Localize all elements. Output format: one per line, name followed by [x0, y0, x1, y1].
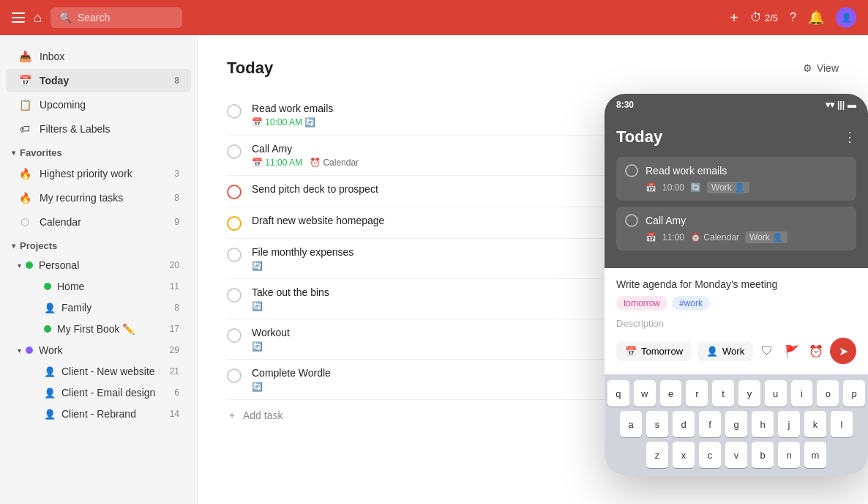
phone-task-checkbox[interactable]	[625, 214, 638, 227]
qa-assign-work[interactable]: 👤 Work	[697, 341, 753, 361]
task-checkbox[interactable]	[227, 216, 242, 231]
sidebar-item-upcoming[interactable]: 📋 Upcoming	[6, 93, 191, 116]
signal-icon: |||	[837, 100, 845, 110]
badge: 17	[170, 324, 179, 334]
home-icon[interactable]: ⌂	[34, 10, 42, 26]
key-z[interactable]: z	[646, 442, 668, 468]
quick-add-description[interactable]: Description	[616, 318, 856, 329]
notification-icon[interactable]: 🔔	[808, 10, 824, 26]
qa-send-button[interactable]: ➤	[830, 338, 856, 364]
key-n[interactable]: n	[778, 442, 800, 468]
phone-task-checkbox[interactable]	[625, 164, 638, 177]
key-y[interactable]: y	[738, 380, 760, 407]
qa-alarm-icon[interactable]: ⏰	[805, 340, 827, 362]
search-bar[interactable]: 🔍 Search	[50, 7, 182, 28]
key-p[interactable]: p	[843, 380, 865, 407]
sidebar-item-recurring[interactable]: 🔥 My recurring tasks 8	[6, 186, 191, 210]
phone-task-meta: 📅 10:00 🔄 Work 👤	[625, 182, 848, 193]
key-q[interactable]: q	[607, 380, 629, 407]
sidebar-item-label: Calendar	[40, 216, 81, 228]
key-t[interactable]: t	[712, 380, 734, 407]
phone-more-icon[interactable]: ⋮	[843, 129, 856, 145]
key-r[interactable]: r	[686, 380, 708, 407]
quick-add-tags: tomorrow #work	[616, 296, 856, 311]
key-e[interactable]: e	[660, 380, 682, 407]
qa-date-label: Tomorrow	[641, 346, 683, 357]
quick-add-bottom: 📅 Tomorrow 👤 Work 🛡 🚩 ⏰ ➤	[616, 338, 856, 364]
flame-icon: 🔥	[18, 166, 32, 181]
task-checkbox[interactable]	[227, 368, 242, 383]
keyboard-row-1: q w e r t y u i o p	[607, 380, 865, 407]
key-h[interactable]: h	[752, 411, 774, 437]
sidebar-item-client-new-website[interactable]: 👤 Client - New website 21	[32, 361, 191, 382]
sidebar-item-calendar[interactable]: ⬡ Calendar 9	[6, 210, 191, 234]
task-checkbox[interactable]	[227, 288, 242, 303]
sidebar-item-label: My First Book ✏️	[57, 323, 135, 335]
key-k[interactable]: k	[804, 411, 826, 437]
keyboard: q w e r t y u i o p a s d f g h	[605, 374, 868, 475]
projects-section[interactable]: ▾ Projects	[0, 234, 197, 254]
qa-bookmark-icon[interactable]: 🚩	[781, 340, 803, 362]
menu-icon[interactable]	[12, 12, 25, 23]
tag-tomorrow[interactable]: tomorrow	[616, 296, 667, 311]
sidebar-item-highest-priority[interactable]: 🔥 Highest priority work 3	[6, 162, 191, 185]
task-checkbox[interactable]	[227, 328, 242, 343]
key-d[interactable]: d	[673, 411, 695, 437]
view-button[interactable]: ⚙ View	[803, 62, 839, 74]
person-icon: 👤	[44, 303, 56, 314]
key-a[interactable]: a	[620, 411, 642, 437]
key-o[interactable]: o	[817, 380, 839, 407]
add-button[interactable]: +	[730, 10, 738, 26]
key-b[interactable]: b	[752, 442, 774, 468]
key-s[interactable]: s	[646, 411, 668, 437]
sidebar-item-label: Client - New website	[61, 366, 155, 377]
help-icon[interactable]: ?	[790, 11, 796, 24]
sidebar-item-label: Filters & Labels	[40, 123, 110, 135]
key-i[interactable]: i	[791, 380, 813, 407]
task-checkbox[interactable]	[227, 248, 242, 262]
dot-icon	[44, 325, 51, 333]
karma-indicator[interactable]: ⏱ 2/5	[750, 11, 778, 24]
key-m[interactable]: m	[804, 442, 826, 468]
sidebar-item-today[interactable]: 📅 Today 8	[6, 69, 191, 92]
task-checkbox[interactable]	[227, 144, 242, 159]
task-checkbox[interactable]	[227, 104, 242, 119]
favorites-label: Favorites	[20, 147, 62, 158]
badge: 14	[170, 409, 179, 419]
key-u[interactable]: u	[765, 380, 787, 407]
add-task-label: Add task	[243, 410, 283, 421]
qa-flag-icon[interactable]: 🛡	[756, 340, 778, 362]
badge: 11	[170, 281, 179, 292]
key-l[interactable]: l	[831, 411, 853, 437]
sidebar-item-family[interactable]: 👤 Family 8	[32, 297, 191, 318]
favorites-section[interactable]: ▾ Favorites	[0, 141, 197, 161]
search-label: Search	[78, 12, 110, 23]
sidebar-item-work[interactable]: ▾ Work 29	[6, 340, 191, 360]
key-g[interactable]: g	[725, 411, 747, 437]
sidebar-item-label: Today	[40, 75, 69, 86]
task-checkbox[interactable]	[227, 185, 242, 199]
karma-icon: ⏱	[750, 11, 762, 24]
sidebar-item-personal[interactable]: ▾ Personal 20	[6, 255, 191, 275]
key-x[interactable]: x	[673, 442, 695, 468]
tag-work[interactable]: #work	[672, 296, 710, 311]
avatar[interactable]: 👤	[836, 7, 856, 28]
key-w[interactable]: w	[634, 380, 656, 407]
key-v[interactable]: v	[725, 442, 747, 468]
sidebar-item-client-email-design[interactable]: 👤 Client - Email design 6	[32, 382, 191, 403]
sidebar-item-filters[interactable]: 🏷 Filters & Labels	[6, 117, 191, 141]
work-children: 👤 Client - New website 21 👤 Client - Ema…	[0, 361, 197, 424]
task-calendar-label: ⏰ Calendar	[310, 158, 359, 168]
chevron-down-icon: ▾	[12, 149, 15, 157]
upcoming-icon: 📋	[18, 97, 32, 112]
sidebar-item-home[interactable]: Home 11	[32, 276, 191, 297]
sidebar-item-label: Family	[61, 302, 91, 314]
sidebar-item-first-book[interactable]: My First Book ✏️ 17	[32, 319, 191, 339]
key-j[interactable]: j	[778, 411, 800, 437]
sidebar-item-client-rebrand[interactable]: 👤 Client - Rebrand 14	[32, 404, 191, 424]
key-f[interactable]: f	[699, 411, 721, 437]
badge: 8	[174, 193, 179, 203]
qa-date-tomorrow[interactable]: 📅 Tomorrow	[616, 341, 692, 361]
sidebar-item-inbox[interactable]: 📥 Inbox	[6, 45, 191, 68]
key-c[interactable]: c	[699, 442, 721, 468]
